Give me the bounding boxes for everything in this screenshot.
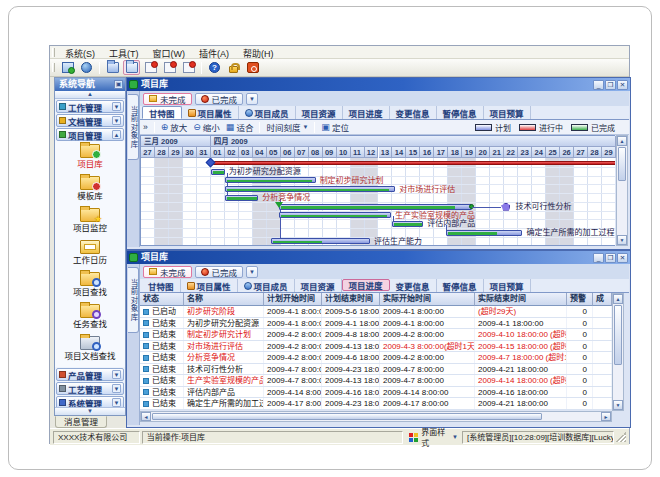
scroll-up-icon[interactable]: ▲	[613, 294, 623, 304]
column-header-名称[interactable]: 名称	[184, 293, 264, 306]
detail-tab-项目预算[interactable]: 项目预算	[484, 279, 531, 292]
sidebar-item-任务查找[interactable]: 任务查找	[55, 304, 125, 334]
view-tab-未完成[interactable]: 未完成	[143, 266, 192, 278]
time-scale-button[interactable]: 时间刻度▼	[263, 121, 311, 134]
table-row[interactable]: 已结束评估内部产品2009-4-14 8:00:002009-4-16 18:0…	[140, 387, 612, 399]
day-header-cell[interactable]: 14	[392, 147, 406, 158]
sidebar-group-项目管理[interactable]: 项目管理▲	[56, 128, 124, 141]
restore-button[interactable]: ❐	[605, 80, 616, 90]
day-header-cell[interactable]: 12	[365, 147, 379, 158]
scroll-right-icon[interactable]: ►	[601, 412, 611, 421]
sidebar-group-工作管理[interactable]: 工作管理▼	[56, 100, 124, 113]
menu-item[interactable]: 系统(S)	[58, 49, 102, 59]
fit-button[interactable]: ▦适合	[223, 121, 257, 134]
day-header-cell[interactable]: 06	[281, 147, 295, 158]
minimize-button[interactable]: _	[593, 80, 604, 90]
day-header-cell[interactable]: 07	[295, 147, 309, 158]
detail-tab-变更信息[interactable]: 变更信息	[390, 279, 437, 292]
scroll-thumb[interactable]	[614, 305, 622, 365]
computer-button[interactable]	[59, 60, 76, 75]
report-1-button[interactable]	[142, 60, 159, 75]
sidebar-item-项目监控[interactable]: 项目监控	[55, 208, 125, 238]
chevron-down-icon[interactable]: ▼	[112, 384, 121, 393]
sidebar-pin-icon[interactable]: ▣	[114, 80, 123, 89]
day-header-cell[interactable]: 19	[462, 147, 476, 158]
day-header-cell[interactable]: 03	[239, 147, 253, 158]
chevron-up-icon[interactable]: ▲	[112, 130, 121, 139]
sidebar-scroll-up-button[interactable]: ▲	[55, 91, 125, 99]
lock-button[interactable]	[225, 60, 242, 75]
day-header-cell[interactable]: 10	[337, 147, 351, 158]
sidebar-group-文档管理[interactable]: 文档管理▼	[56, 114, 124, 127]
minimize-button[interactable]: _	[593, 253, 604, 263]
gantt-vertical-scrollbar[interactable]: ▲ ▼	[616, 135, 628, 246]
gantt-task-bar[interactable]	[392, 221, 423, 227]
close-button[interactable]: ✕	[617, 80, 628, 90]
day-header-cell[interactable]: 15	[406, 147, 420, 158]
zoom-out-button[interactable]: ⊖缩小	[190, 121, 223, 134]
stop-button[interactable]	[244, 60, 261, 75]
gantt-task-bar[interactable]	[225, 186, 395, 192]
table-horizontal-scrollbar[interactable]: ◄ ►	[140, 411, 612, 422]
detail-tab-项目属性[interactable]: 项目属性	[182, 106, 239, 119]
restore-button[interactable]: ❐	[605, 253, 616, 263]
sidebar-group-工艺管理[interactable]: 工艺管理▼	[56, 382, 124, 395]
sidebar-group-产品管理[interactable]: 产品管理▼	[56, 368, 124, 381]
chevron-down-icon[interactable]: ▼	[112, 370, 121, 379]
view-tab-已完成[interactable]: 已完成	[195, 93, 244, 105]
day-header-cell[interactable]: 01	[211, 147, 225, 158]
day-header-cell[interactable]: 22	[504, 147, 518, 158]
scroll-thumb[interactable]	[618, 147, 626, 181]
locate-button[interactable]: ▣定位	[318, 121, 352, 134]
day-header-cell[interactable]: 05	[267, 147, 281, 158]
window-title-bar[interactable]: 项目库 _ ❐ ✕	[127, 78, 630, 91]
menu-item[interactable]: 插件(A)	[192, 49, 236, 59]
menu-item[interactable]: 窗口(W)	[146, 49, 193, 59]
sidebar-item-项目库[interactable]: 项目库	[55, 144, 125, 174]
day-header-cell[interactable]: 24	[532, 147, 546, 158]
column-header-实际结束时间[interactable]: 实际结束时间	[475, 293, 567, 306]
day-header-cell[interactable]: 27	[574, 147, 588, 158]
detail-tab-甘特图[interactable]: 甘特图	[142, 106, 182, 119]
day-header-cell[interactable]: 28	[588, 147, 602, 158]
menu-item[interactable]: 工具(T)	[102, 49, 146, 59]
day-header-cell[interactable]: 20	[476, 147, 490, 158]
detail-tab-项目进度[interactable]: 项目进度	[343, 106, 390, 119]
detail-tab-项目资源[interactable]: 项目资源	[295, 279, 342, 292]
view-tab-未完成[interactable]: 未完成	[143, 93, 192, 105]
detail-tab-项目属性[interactable]: 项目属性	[181, 279, 238, 292]
day-header-cell[interactable]: 23	[518, 147, 532, 158]
detail-tab-项目进度[interactable]: 项目进度	[342, 279, 390, 291]
day-header-cell[interactable]: 04	[253, 147, 267, 158]
column-header-实际开始时间[interactable]: 实际开始时间	[380, 293, 475, 306]
gantt-task-bar[interactable]	[279, 212, 391, 218]
table-row[interactable]: 已结束技术可行性分析2009-4-7 8:00:002009-4-23 18:0…	[140, 364, 612, 376]
column-header-成[interactable]: 成	[593, 293, 612, 306]
detail-tab-项目资源[interactable]: 项目资源	[296, 106, 343, 119]
table-row[interactable]: 已结束为初步研究分配资源2009-4-1 8:00:002009-4-1 18:…	[140, 318, 612, 330]
day-header-cell[interactable]: 29	[169, 147, 183, 158]
chevron-down-icon[interactable]: ▼	[112, 102, 121, 111]
gantt-task-bar[interactable]	[271, 238, 370, 244]
close-button[interactable]: ✕	[617, 253, 628, 263]
table-row[interactable]: 已结束确定生产所需的加工过程2009-4-17 8:00:002009-4-23…	[140, 398, 612, 410]
day-header-cell[interactable]: 29	[602, 147, 616, 158]
day-header-cell[interactable]: 16	[420, 147, 434, 158]
day-header-cell[interactable]: 25	[546, 147, 560, 158]
day-header-cell[interactable]: 21	[490, 147, 504, 158]
day-header-cell[interactable]: 09	[323, 147, 337, 158]
day-header-cell[interactable]: 02	[225, 147, 239, 158]
day-header-cell[interactable]: 26	[560, 147, 574, 158]
chevron-down-icon[interactable]: ▼	[112, 116, 121, 125]
day-header-cell[interactable]: 28	[155, 147, 169, 158]
tab-overflow-button[interactable]: ▼	[246, 93, 258, 105]
gantt-task-bar[interactable]	[446, 230, 523, 236]
table-row[interactable]: 已结束制定初步研究计划2009-4-2 8:00:002009-4-8 18:0…	[140, 329, 612, 341]
window-title-bar[interactable]: 项目库 _ ❐ ✕	[127, 251, 630, 264]
day-header-cell[interactable]: 11	[351, 147, 365, 158]
sidebar-item-项目查找[interactable]: 项目查找	[55, 272, 125, 302]
day-header-cell[interactable]: 30	[183, 147, 197, 158]
table-vertical-scrollbar[interactable]: ▲ ▼	[612, 293, 624, 411]
scroll-down-icon[interactable]: ▼	[613, 400, 623, 410]
column-header-计划开始时间[interactable]: 计划开始时间	[264, 293, 322, 306]
